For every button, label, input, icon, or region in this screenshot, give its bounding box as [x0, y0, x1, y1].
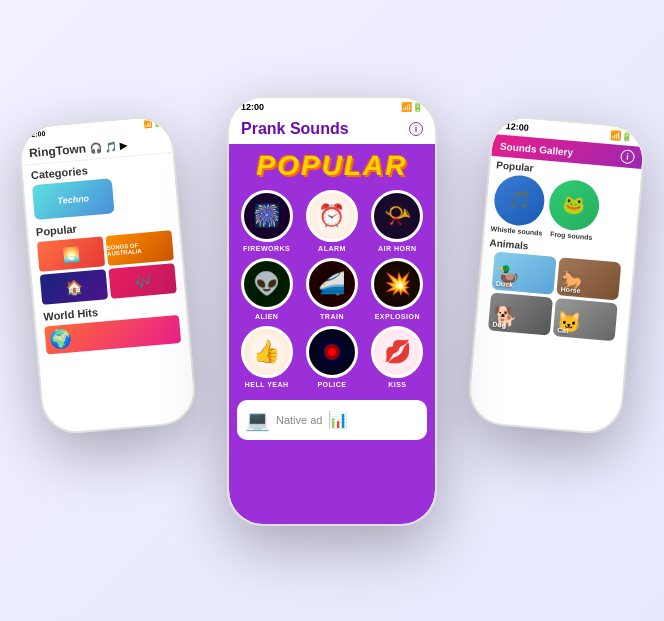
right-frog-item[interactable]: 🐸 Frog sounds [546, 178, 601, 241]
sound-circle-train: 🚄 [306, 258, 358, 310]
popular-item-1[interactable]: 🌅 [37, 236, 105, 272]
right-popular-items: 🎵 Whistle sounds 🐸 Frog sounds [490, 173, 634, 244]
center-status-bar: 12:00 📶🔋 [229, 98, 435, 116]
sound-circle-police [306, 326, 358, 378]
sound-circle-kiss: 💋 [371, 326, 423, 378]
ad-label: Native ad [276, 414, 322, 426]
animal-horse[interactable]: 🐎 Horse [556, 257, 621, 300]
right-popular-section: Popular 🎵 Whistle sounds 🐸 F [484, 156, 641, 248]
right-circle-frog: 🐸 [547, 178, 601, 232]
center-app-header: Prank Sounds i [229, 116, 435, 144]
category-techno[interactable]: Techno [32, 178, 115, 220]
sound-alien[interactable]: 👽 ALIEN [237, 258, 296, 320]
svg-point-2 [328, 348, 336, 356]
right-info-button[interactable]: i [620, 149, 635, 164]
sound-circle-alien: 👽 [241, 258, 293, 310]
left-app-name: RingTown [28, 141, 86, 160]
sound-explosion[interactable]: 💥 EXPLOSION [368, 258, 427, 320]
sound-train[interactable]: 🚄 TRAIN [302, 258, 361, 320]
sound-kiss[interactable]: 💋 KISS [368, 326, 427, 388]
info-button[interactable]: i [409, 122, 423, 136]
popular-banner: POPULAR [237, 150, 427, 182]
right-whistle-item[interactable]: 🎵 Whistle sounds [490, 173, 547, 236]
phone-left: 12:00 📶🔋 RingTown 🎧 🎵 ▶ Categories Techn… [17, 114, 198, 436]
sound-circle-explosion: 💥 [371, 258, 423, 310]
sound-police[interactable]: POLICE [302, 326, 361, 388]
center-app-title: Prank Sounds [241, 120, 349, 138]
popular-item-3[interactable]: 🏠 [40, 269, 108, 305]
sound-fireworks[interactable]: 🎆 FIREWORKS [237, 190, 296, 252]
animal-dog[interactable]: 🐕 Dog [488, 292, 553, 335]
sound-circle-airhorn: 📯 [371, 190, 423, 242]
right-header-title: Sounds Gallery [500, 140, 574, 157]
sound-hellyeah[interactable]: 👍 HELL YEAH [237, 326, 296, 388]
sound-circle-fireworks: 🎆 [241, 190, 293, 242]
sounds-grid: 🎆 FIREWORKS ⏰ ALARM 📯 AIR HORN 👽 [237, 190, 427, 388]
sound-alarm[interactable]: ⏰ ALARM [302, 190, 361, 252]
sound-circle-alarm: ⏰ [306, 190, 358, 242]
popular-item-2[interactable]: SONGS OF AUSTRALIA [106, 230, 174, 266]
animal-cat[interactable]: 🐱 Cat [553, 298, 618, 341]
sound-airhorn[interactable]: 📯 AIR HORN [368, 190, 427, 252]
animal-duck[interactable]: 🦆 Duck [491, 252, 556, 295]
phone-right: 12:00 📶🔋 Sounds Gallery i Popular 🎵 W [466, 114, 647, 436]
popular-item-4[interactable]: 🎶 [108, 263, 176, 299]
phones-container: 12:00 📶🔋 RingTown 🎧 🎵 ▶ Categories Techn… [0, 0, 664, 621]
sound-circle-hellyeah: 👍 [241, 326, 293, 378]
center-scroll-area: POPULAR 🎆 FIREWORKS ⏰ ALARM 📯 AIR H [229, 144, 435, 524]
phone-center: 12:00 📶🔋 Prank Sounds i POPULAR 🎆 FIREWO… [227, 96, 437, 526]
ad-banner: 💻 Native ad 📊 [237, 400, 427, 440]
left-app-icons: 🎧 🎵 ▶ [89, 139, 127, 153]
animals-grid: 🦆 Duck 🐎 Horse 🐕 Dog 🐱 [482, 251, 627, 342]
ad-graphic: 💻 [245, 408, 270, 432]
right-animals-section: Animals 🦆 Duck 🐎 Horse 🐕 Dog [476, 235, 635, 345]
right-circle-whistle: 🎵 [492, 173, 546, 227]
